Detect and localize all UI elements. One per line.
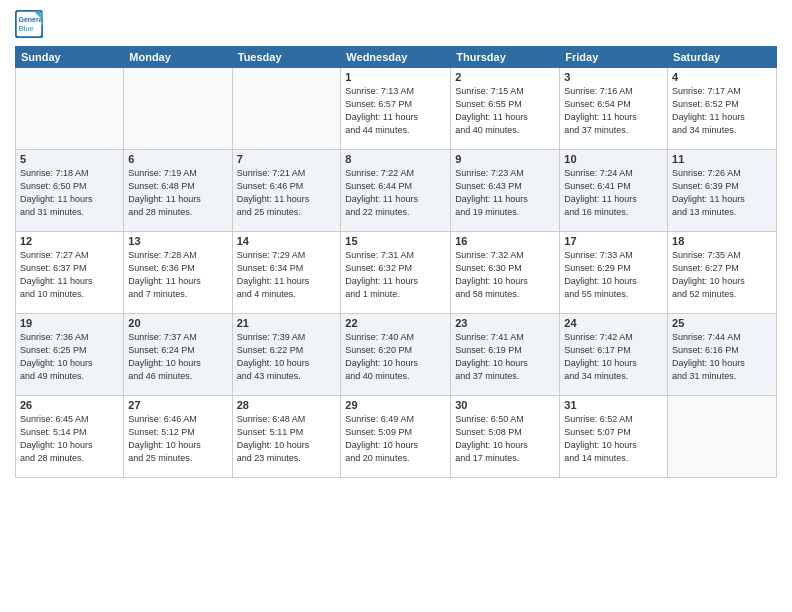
day-cell: 24Sunrise: 7:42 AMSunset: 6:17 PMDayligh… [560,314,668,396]
day-cell: 2Sunrise: 7:15 AMSunset: 6:55 PMDaylight… [451,68,560,150]
day-number: 30 [455,399,555,411]
day-info: Sunrise: 7:41 AMSunset: 6:19 PMDaylight:… [455,331,555,383]
day-cell: 3Sunrise: 7:16 AMSunset: 6:54 PMDaylight… [560,68,668,150]
day-number: 14 [237,235,337,247]
day-cell: 13Sunrise: 7:28 AMSunset: 6:36 PMDayligh… [124,232,232,314]
day-info: Sunrise: 7:31 AMSunset: 6:32 PMDaylight:… [345,249,446,301]
day-number: 3 [564,71,663,83]
header-row: SundayMondayTuesdayWednesdayThursdayFrid… [16,47,777,68]
day-number: 10 [564,153,663,165]
day-info: Sunrise: 7:15 AMSunset: 6:55 PMDaylight:… [455,85,555,137]
day-number: 31 [564,399,663,411]
day-cell: 12Sunrise: 7:27 AMSunset: 6:37 PMDayligh… [16,232,124,314]
day-number: 24 [564,317,663,329]
col-header-monday: Monday [124,47,232,68]
day-info: Sunrise: 7:35 AMSunset: 6:27 PMDaylight:… [672,249,772,301]
day-cell: 1Sunrise: 7:13 AMSunset: 6:57 PMDaylight… [341,68,451,150]
day-cell: 18Sunrise: 7:35 AMSunset: 6:27 PMDayligh… [668,232,777,314]
col-header-tuesday: Tuesday [232,47,341,68]
day-cell: 15Sunrise: 7:31 AMSunset: 6:32 PMDayligh… [341,232,451,314]
day-number: 13 [128,235,227,247]
day-info: Sunrise: 7:19 AMSunset: 6:48 PMDaylight:… [128,167,227,219]
day-cell: 10Sunrise: 7:24 AMSunset: 6:41 PMDayligh… [560,150,668,232]
day-cell: 30Sunrise: 6:50 AMSunset: 5:08 PMDayligh… [451,396,560,478]
day-info: Sunrise: 7:21 AMSunset: 6:46 PMDaylight:… [237,167,337,219]
calendar-table: SundayMondayTuesdayWednesdayThursdayFrid… [15,46,777,478]
day-number: 7 [237,153,337,165]
day-number: 25 [672,317,772,329]
day-number: 12 [20,235,119,247]
day-info: Sunrise: 6:50 AMSunset: 5:08 PMDaylight:… [455,413,555,465]
day-info: Sunrise: 6:52 AMSunset: 5:07 PMDaylight:… [564,413,663,465]
logo-icon: General Blue [15,10,43,38]
day-cell: 5Sunrise: 7:18 AMSunset: 6:50 PMDaylight… [16,150,124,232]
header: General Blue [15,10,777,38]
day-info: Sunrise: 7:36 AMSunset: 6:25 PMDaylight:… [20,331,119,383]
day-info: Sunrise: 7:17 AMSunset: 6:52 PMDaylight:… [672,85,772,137]
day-cell: 16Sunrise: 7:32 AMSunset: 6:30 PMDayligh… [451,232,560,314]
col-header-friday: Friday [560,47,668,68]
day-cell: 19Sunrise: 7:36 AMSunset: 6:25 PMDayligh… [16,314,124,396]
day-number: 15 [345,235,446,247]
day-cell [124,68,232,150]
svg-text:Blue: Blue [19,25,34,32]
day-cell [16,68,124,150]
day-cell: 31Sunrise: 6:52 AMSunset: 5:07 PMDayligh… [560,396,668,478]
day-cell: 21Sunrise: 7:39 AMSunset: 6:22 PMDayligh… [232,314,341,396]
day-number: 19 [20,317,119,329]
day-cell: 11Sunrise: 7:26 AMSunset: 6:39 PMDayligh… [668,150,777,232]
day-number: 17 [564,235,663,247]
day-info: Sunrise: 7:27 AMSunset: 6:37 PMDaylight:… [20,249,119,301]
day-info: Sunrise: 6:48 AMSunset: 5:11 PMDaylight:… [237,413,337,465]
day-info: Sunrise: 7:24 AMSunset: 6:41 PMDaylight:… [564,167,663,219]
day-info: Sunrise: 7:33 AMSunset: 6:29 PMDaylight:… [564,249,663,301]
day-cell [668,396,777,478]
day-cell: 20Sunrise: 7:37 AMSunset: 6:24 PMDayligh… [124,314,232,396]
day-number: 20 [128,317,227,329]
week-row-1: 1Sunrise: 7:13 AMSunset: 6:57 PMDaylight… [16,68,777,150]
svg-text:General: General [19,16,44,23]
day-number: 9 [455,153,555,165]
logo: General Blue [15,10,47,38]
day-cell [232,68,341,150]
day-cell: 25Sunrise: 7:44 AMSunset: 6:16 PMDayligh… [668,314,777,396]
day-number: 28 [237,399,337,411]
day-info: Sunrise: 7:22 AMSunset: 6:44 PMDaylight:… [345,167,446,219]
day-info: Sunrise: 7:18 AMSunset: 6:50 PMDaylight:… [20,167,119,219]
day-number: 4 [672,71,772,83]
col-header-wednesday: Wednesday [341,47,451,68]
week-row-5: 26Sunrise: 6:45 AMSunset: 5:14 PMDayligh… [16,396,777,478]
day-info: Sunrise: 7:44 AMSunset: 6:16 PMDaylight:… [672,331,772,383]
day-info: Sunrise: 7:28 AMSunset: 6:36 PMDaylight:… [128,249,227,301]
day-info: Sunrise: 7:42 AMSunset: 6:17 PMDaylight:… [564,331,663,383]
week-row-2: 5Sunrise: 7:18 AMSunset: 6:50 PMDaylight… [16,150,777,232]
day-info: Sunrise: 7:29 AMSunset: 6:34 PMDaylight:… [237,249,337,301]
day-info: Sunrise: 7:32 AMSunset: 6:30 PMDaylight:… [455,249,555,301]
day-info: Sunrise: 7:23 AMSunset: 6:43 PMDaylight:… [455,167,555,219]
day-info: Sunrise: 7:40 AMSunset: 6:20 PMDaylight:… [345,331,446,383]
col-header-saturday: Saturday [668,47,777,68]
day-cell: 6Sunrise: 7:19 AMSunset: 6:48 PMDaylight… [124,150,232,232]
day-number: 16 [455,235,555,247]
day-cell: 17Sunrise: 7:33 AMSunset: 6:29 PMDayligh… [560,232,668,314]
day-cell: 7Sunrise: 7:21 AMSunset: 6:46 PMDaylight… [232,150,341,232]
col-header-sunday: Sunday [16,47,124,68]
day-number: 29 [345,399,446,411]
day-number: 1 [345,71,446,83]
day-number: 8 [345,153,446,165]
day-cell: 8Sunrise: 7:22 AMSunset: 6:44 PMDaylight… [341,150,451,232]
day-info: Sunrise: 7:16 AMSunset: 6:54 PMDaylight:… [564,85,663,137]
day-cell: 4Sunrise: 7:17 AMSunset: 6:52 PMDaylight… [668,68,777,150]
day-number: 5 [20,153,119,165]
day-cell: 28Sunrise: 6:48 AMSunset: 5:11 PMDayligh… [232,396,341,478]
day-number: 26 [20,399,119,411]
day-number: 6 [128,153,227,165]
page: General Blue SundayMondayTuesdayWednesda… [0,0,792,612]
day-cell: 14Sunrise: 7:29 AMSunset: 6:34 PMDayligh… [232,232,341,314]
day-info: Sunrise: 6:49 AMSunset: 5:09 PMDaylight:… [345,413,446,465]
week-row-3: 12Sunrise: 7:27 AMSunset: 6:37 PMDayligh… [16,232,777,314]
day-cell: 29Sunrise: 6:49 AMSunset: 5:09 PMDayligh… [341,396,451,478]
day-number: 21 [237,317,337,329]
day-number: 2 [455,71,555,83]
day-number: 22 [345,317,446,329]
